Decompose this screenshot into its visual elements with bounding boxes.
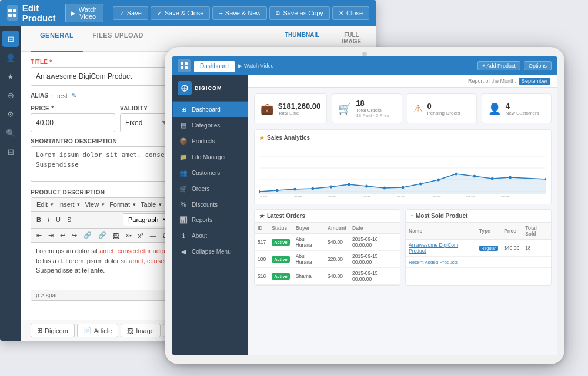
rte-image[interactable]: 🖼 xyxy=(110,231,122,240)
rte-indent-left[interactable]: ⇤ xyxy=(34,230,45,240)
save-button[interactable]: ✓ Save xyxy=(113,6,148,20)
save-icon: ✓ xyxy=(119,9,125,17)
alias-edit-icon[interactable]: ✎ xyxy=(71,92,76,99)
sidebar-icon-home[interactable]: ⊞ xyxy=(2,31,19,47)
rte-format-menu[interactable]: Format xyxy=(106,200,137,209)
stat-sales-data: $181,260.00 Total Sale xyxy=(278,102,320,116)
rte-indent-right[interactable]: ⇥ xyxy=(45,230,56,240)
nav-categories-icon: ▤ xyxy=(179,122,188,129)
rte-italic[interactable]: I xyxy=(45,215,52,224)
rte-align-left[interactable]: ≡ xyxy=(78,215,88,224)
status-badge-2: Active xyxy=(272,256,290,263)
rte-insert-menu[interactable]: Insert xyxy=(55,200,82,209)
rte-align-justify[interactable]: ≡ xyxy=(109,215,119,224)
order-row-2: 100 Active Abu Huraira $20.00 2015-09-15… xyxy=(255,251,400,268)
most-sold-header: ↑ Most Sold Product xyxy=(406,210,551,223)
nav-filemanager[interactable]: 📁 File Manager xyxy=(172,149,248,165)
rte-underline[interactable]: U xyxy=(53,215,64,224)
nav-orders[interactable]: 🛒 Orders xyxy=(172,181,248,197)
price-input[interactable] xyxy=(31,113,115,132)
nav-customers-icon: 👥 xyxy=(179,169,188,177)
report-badge: September xyxy=(519,78,550,85)
svg-point-20 xyxy=(330,186,333,189)
stat-customers-data: 4 New Customers xyxy=(506,102,539,116)
status-badge-1: Active xyxy=(272,239,290,246)
nav-about[interactable]: ℹ About xyxy=(172,228,248,244)
dash-logo-box xyxy=(178,59,191,72)
rte-hr[interactable]: — xyxy=(147,231,159,240)
tablet-frame: Dashboard ▶ Watch Video + Add Product Op… xyxy=(165,47,564,364)
svg-point-19 xyxy=(311,187,314,190)
rte-redo[interactable]: ↪ xyxy=(69,230,80,240)
save-close-button[interactable]: ✓ Save & Close xyxy=(151,6,211,20)
rte-subscript[interactable]: x₂ xyxy=(123,230,135,240)
sidebar-icon-tag[interactable]: ⊕ xyxy=(2,87,19,103)
watch-video-button[interactable]: ▶ Watch Video xyxy=(65,4,103,22)
nav-products[interactable]: 📦 Products xyxy=(172,133,248,149)
tablet-wrapper: Dashboard ▶ Watch Video + Add Product Op… xyxy=(165,47,564,364)
play-icon-sm: ▶ xyxy=(238,63,242,69)
tablet-camera xyxy=(362,52,367,56)
image-button[interactable]: 🖼 Image xyxy=(121,324,161,337)
rte-table-menu[interactable]: Table xyxy=(138,200,163,209)
digicom-button[interactable]: ⊞ Digicom xyxy=(31,324,75,337)
nav-collapse[interactable]: ◀ Collapse Menu xyxy=(172,244,248,260)
svg-point-27 xyxy=(455,173,457,176)
stat-sales-value: $181,260.00 xyxy=(278,102,320,110)
dash-tab-dashboard[interactable]: Dashboard xyxy=(194,61,235,72)
stat-pending-label: Pending Orders xyxy=(427,110,460,116)
nav-categories[interactable]: ▤ Categories xyxy=(172,118,248,133)
rte-view-menu[interactable]: View xyxy=(82,200,106,209)
rte-strikethrough[interactable]: S xyxy=(64,215,74,224)
digicom-icon: ⊞ xyxy=(37,327,42,334)
save-copy-button[interactable]: ⧉ Save as Copy xyxy=(269,6,329,20)
sidebar-icon-user[interactable]: 👤 xyxy=(2,49,19,66)
stat-customers-value: 4 xyxy=(506,102,539,110)
article-button[interactable]: 📄 Article xyxy=(77,324,119,337)
status-badge-3: Active xyxy=(272,273,290,280)
col-price: Price xyxy=(501,223,522,240)
nav-reports[interactable]: 📊 Reports xyxy=(172,212,248,228)
nav-dashboard[interactable]: ⊞ Dashboard xyxy=(172,102,248,118)
dash-watch-video[interactable]: ▶ Watch Video xyxy=(238,63,274,69)
svg-point-25 xyxy=(419,183,422,186)
add-product-button[interactable]: + Add Product xyxy=(477,61,520,70)
orders-star-icon: ★ xyxy=(259,213,265,219)
svg-point-18 xyxy=(293,188,296,191)
rte-bold[interactable]: B xyxy=(34,215,44,224)
rte-link[interactable]: 🔗 xyxy=(81,230,95,240)
sidebar-icon-star[interactable]: ★ xyxy=(2,68,19,85)
tablet-inner: Dashboard ▶ Watch Video + Add Product Op… xyxy=(172,56,557,355)
svg-text:5th Sep: 5th Sep xyxy=(328,195,336,197)
rte-edit-menu[interactable]: Edit xyxy=(34,200,55,209)
close-button[interactable]: ✕ Close xyxy=(332,6,369,20)
svg-marker-15 xyxy=(259,174,546,194)
tab-files-upload[interactable]: Files Upload xyxy=(83,26,153,52)
nav-discounts[interactable]: % Discounts xyxy=(172,197,248,212)
col-date: Date xyxy=(349,223,400,234)
sidebar-icon-grid[interactable]: ⊞ xyxy=(2,143,19,160)
rte-align-center[interactable]: ≡ xyxy=(89,215,98,224)
nav-collapse-icon: ◀ xyxy=(179,248,188,256)
rte-paragraph-select[interactable]: Paragraph H1H2H3 xyxy=(123,213,171,226)
order-amount-2: $20.00 xyxy=(325,251,349,268)
options-button[interactable]: Options xyxy=(524,61,552,70)
rte-link2[interactable]: 🔗 xyxy=(95,230,109,240)
nav-customers[interactable]: 👥 Customers xyxy=(172,165,248,181)
tab-general[interactable]: General xyxy=(31,26,83,52)
rte-align-right[interactable]: ≡ xyxy=(99,215,108,224)
order-buyer-2: Abu Huraira xyxy=(293,251,325,268)
type-badge-1: Regular xyxy=(479,246,499,251)
sidebar-icon-search[interactable]: 🔍 xyxy=(2,125,19,141)
svg-point-23 xyxy=(383,187,386,190)
price-label: Price * xyxy=(31,105,115,112)
save-new-button[interactable]: + Save & New xyxy=(212,6,267,20)
rte-superscript[interactable]: x² xyxy=(135,231,146,240)
product-link-1[interactable]: An awesome DigiCom Product xyxy=(409,242,458,254)
svg-point-21 xyxy=(348,183,350,186)
sidebar-icon-settings[interactable]: ⚙ xyxy=(2,106,19,122)
recent-products-link[interactable]: Recent Added Products xyxy=(409,260,458,265)
stats-row: 💼 $181,260.00 Total Sale 🛒 18 Total Orde… xyxy=(248,88,557,129)
rte-undo[interactable]: ↩ xyxy=(57,230,68,240)
order-amount-1: $40.00 xyxy=(325,234,349,251)
